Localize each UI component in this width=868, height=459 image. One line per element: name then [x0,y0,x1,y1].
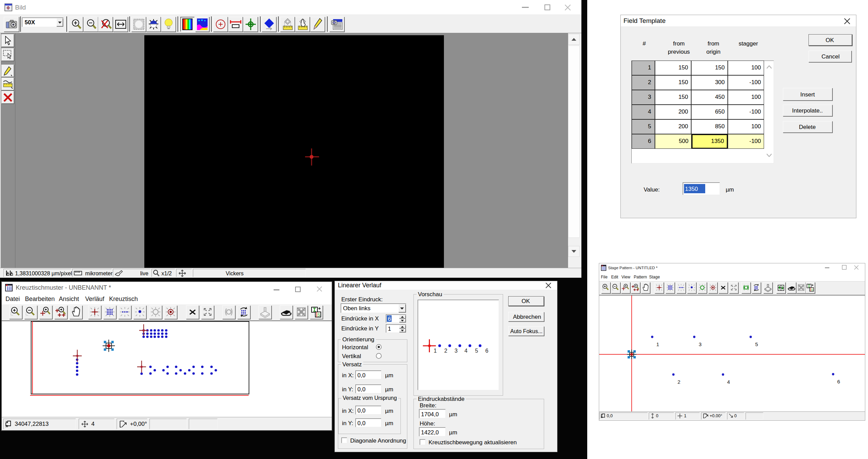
svg-text:S: S [811,288,813,291]
